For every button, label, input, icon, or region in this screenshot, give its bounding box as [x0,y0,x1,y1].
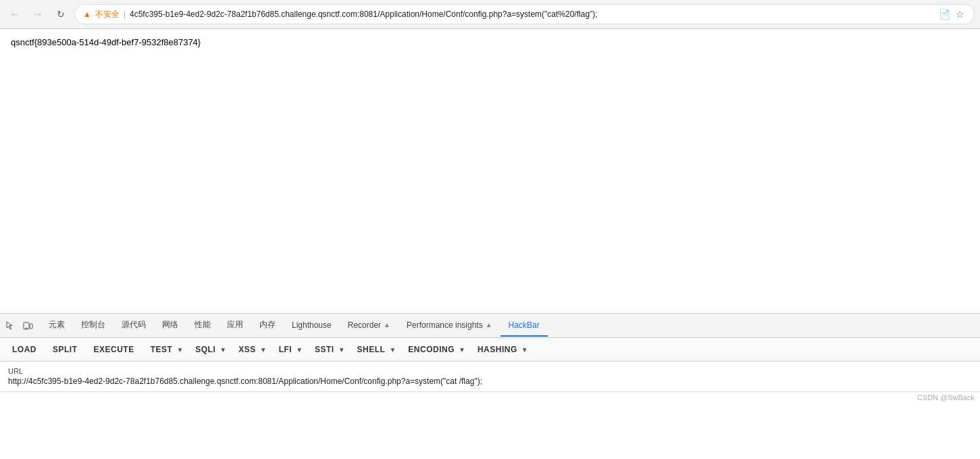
bookmark-button[interactable]: ☆ [954,7,966,21]
encoding-dropdown-arrow[interactable]: ▼ [456,343,468,356]
hackbar-sqli-button[interactable]: SQLI [188,342,217,357]
recorder-pin-icon: ▲ [384,321,390,329]
shell-dropdown-arrow[interactable]: ▼ [386,343,398,356]
page-content: qsnctf{893e500a-514d-49df-bef7-9532f8e87… [0,29,980,313]
hackbar-test-dropdown: TEST ▼ [144,342,186,357]
hackbar-url-label: URL [8,367,972,375]
watermark-text: CSDN @SwBack [917,393,975,402]
sqli-dropdown-arrow[interactable]: ▼ [217,343,229,356]
hackbar-hashing-dropdown: HASHING ▼ [471,342,531,357]
hackbar-test-button[interactable]: TEST [144,342,174,357]
flag-text: qsnctf{893e500a-514d-49df-bef7-9532f8e87… [11,37,201,47]
share-button[interactable]: 📄 [937,7,952,21]
hackbar-url-value: http://4c5fc395-b1e9-4ed2-9d2c-78a2f1b76… [8,377,972,386]
tab-lighthouse[interactable]: Lighthouse [284,315,340,337]
tab-performance-insights[interactable]: Performance insights ▲ [398,315,500,337]
devtools-tab-bar: 元素 控制台 源代码 网络 性能 应用 内存 Lighthouse Record… [0,314,980,338]
nav-bar: ← → ↻ ▲ 不安全 | 4c5fc395-b1e9-4ed2-9d2c-78… [0,0,980,28]
security-label: 不安全 [95,9,120,20]
tab-memory[interactable]: 内存 [251,314,284,337]
hackbar-toolbar: LOAD SPLIT EXECUTE TEST ▼ SQLI ▼ XSS ▼ L… [0,338,980,362]
svg-rect-1 [30,324,32,329]
hackbar-ssti-dropdown: SSTI ▼ [308,342,348,357]
inspect-icon[interactable] [3,318,18,333]
watermark: CSDN @SwBack [0,392,980,403]
tab-console[interactable]: 控制台 [73,314,113,337]
hackbar-lfi-button[interactable]: LFI [272,342,294,357]
hackbar-execute-button[interactable]: EXECUTE [87,342,141,357]
performance-insights-pin-icon: ▲ [486,321,492,329]
hackbar-ssti-button[interactable]: SSTI [308,342,336,357]
hackbar-lfi-dropdown: LFI ▼ [272,342,305,357]
hackbar-encoding-dropdown: ENCODING ▼ [401,342,468,357]
test-dropdown-arrow[interactable]: ▼ [174,343,186,356]
hashing-dropdown-arrow[interactable]: ▼ [519,343,531,356]
hackbar-encoding-button[interactable]: ENCODING [401,342,456,357]
lfi-dropdown-arrow[interactable]: ▼ [293,343,305,356]
tab-hackbar[interactable]: HackBar [500,315,548,337]
address-text: 4c5fc395-b1e9-4ed2-9d2c-78a2f1b76d85.cha… [130,9,933,19]
browser-chrome: ← → ↻ ▲ 不安全 | 4c5fc395-b1e9-4ed2-9d2c-78… [0,0,980,29]
tab-recorder[interactable]: Recorder ▲ [340,315,398,337]
hackbar-hashing-button[interactable]: HASHING [471,342,519,357]
tab-application[interactable]: 应用 [219,314,251,337]
hackbar-split-button[interactable]: SPLIT [46,342,84,357]
back-button[interactable]: ← [5,5,24,24]
tab-network[interactable]: 网络 [154,314,186,337]
hackbar-sqli-dropdown: SQLI ▼ [188,342,229,357]
tab-performance[interactable]: 性能 [186,314,219,337]
devtools-panel: 元素 控制台 源代码 网络 性能 应用 内存 Lighthouse Record… [0,313,980,403]
ssti-dropdown-arrow[interactable]: ▼ [336,343,348,356]
reload-button[interactable]: ↻ [51,5,70,24]
tab-sources[interactable]: 源代码 [113,314,154,337]
devtools-panel-icons [3,318,35,333]
xss-dropdown-arrow[interactable]: ▼ [257,343,269,356]
address-bar[interactable]: ▲ 不安全 | 4c5fc395-b1e9-4ed2-9d2c-78a2f1b7… [74,4,975,24]
hackbar-load-button[interactable]: LOAD [5,342,43,357]
hackbar-xss-button[interactable]: XSS [232,342,257,357]
hackbar-shell-button[interactable]: SHELL [351,342,387,357]
hackbar-url-area: URL http://4c5fc395-b1e9-4ed2-9d2c-78a2f… [0,362,980,392]
tab-elements[interactable]: 元素 [41,314,73,337]
forward-button[interactable]: → [28,5,47,24]
address-actions: 📄 ☆ [937,7,966,21]
security-icon: ▲ [83,9,91,19]
hackbar-shell-dropdown: SHELL ▼ [351,342,399,357]
device-icon[interactable] [20,318,35,333]
hackbar-xss-dropdown: XSS ▼ [232,342,269,357]
address-separator: | [124,9,126,19]
